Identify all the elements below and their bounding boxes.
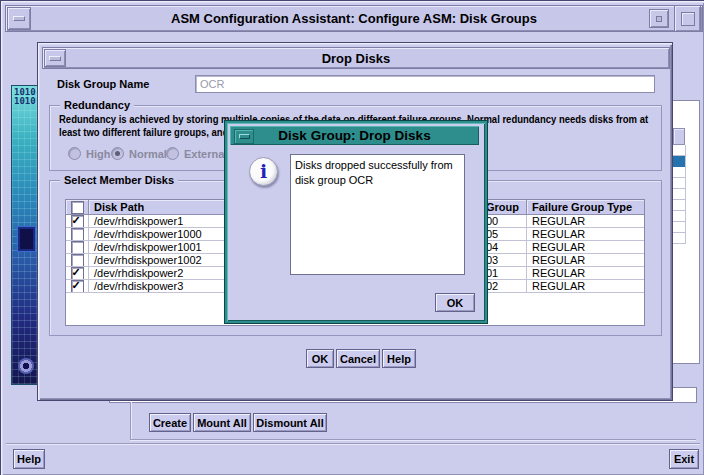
message-dialog-menu-button[interactable] <box>234 129 254 144</box>
minimize-icon <box>13 16 25 21</box>
asm-main-window: ASM Configuration Assistant: Configure A… <box>0 0 704 475</box>
maximize-button[interactable] <box>674 5 701 32</box>
row-checkbox[interactable] <box>71 241 84 254</box>
row-checkbox[interactable] <box>71 215 84 228</box>
dialog-cancel-button[interactable]: Cancel <box>336 349 380 368</box>
disk-group-name-label: Disk Group Name <box>57 78 149 90</box>
checkbox-cell[interactable] <box>66 241 89 254</box>
window-menu-button[interactable] <box>7 7 31 30</box>
button-panel-bottom-edge <box>130 439 696 440</box>
failure-group-type-cell: REGULAR <box>527 228 644 241</box>
button-panel-left-edge <box>130 402 131 439</box>
minimize-icon <box>239 134 250 139</box>
drop-disks-title-bar: Drop Disks <box>42 47 670 69</box>
exit-button[interactable]: Exit <box>669 449 699 469</box>
drop-disks-title: Drop Disks <box>322 51 391 66</box>
dialog-help-button[interactable]: Help <box>382 349 416 368</box>
message-text: Disks dropped successfully from disk gro… <box>295 159 453 186</box>
failure-group-cell: 05 <box>482 228 527 241</box>
failure-group-type-cell: REGULAR <box>527 241 644 254</box>
failure-group-type-cell: REGULAR <box>527 215 644 228</box>
disc-graphic-icon <box>18 358 34 374</box>
wizard-side-graphic: 1010 1010 <box>11 85 40 385</box>
checkbox-cell[interactable] <box>66 228 89 241</box>
checkbox-cell[interactable] <box>66 215 89 228</box>
main-footer-separator <box>6 443 700 444</box>
select-all-header-cell[interactable] <box>66 200 89 215</box>
row-checkbox[interactable] <box>71 267 84 280</box>
row-checkbox[interactable] <box>71 280 84 293</box>
failure-group-type-cell: REGULAR <box>527 280 644 293</box>
drop-disks-menu-button[interactable] <box>44 49 66 67</box>
dismount-all-button[interactable]: Dismount All <box>253 413 327 432</box>
failure-group-type-cell: REGULAR <box>527 267 644 280</box>
checkbox-cell[interactable] <box>66 254 89 267</box>
main-title-bar: ASM Configuration Assistant: Configure A… <box>5 5 703 32</box>
maximize-square-icon <box>681 12 695 26</box>
minimize-dot-icon <box>656 16 662 22</box>
create-button[interactable]: Create <box>149 413 191 432</box>
message-text-box: Disks dropped successfully from disk gro… <box>290 154 465 275</box>
background-diskgroups-table-fragment[interactable] <box>672 100 700 364</box>
failure-group-type-cell: REGULAR <box>527 254 644 267</box>
info-icon: i <box>249 157 278 186</box>
message-dialog: Disk Group: Drop Disks i Disks dropped s… <box>225 121 487 323</box>
background-table-header-fragment <box>673 128 685 145</box>
radio-high-icon <box>68 147 81 160</box>
radio-external-icon <box>166 147 179 160</box>
row-checkbox[interactable] <box>71 228 84 241</box>
main-help-button[interactable]: Help <box>13 449 45 469</box>
message-dialog-title: Disk Group: Drop Disks <box>278 128 430 143</box>
main-window-title: ASM Configuration Assistant: Configure A… <box>171 11 537 26</box>
checkbox-cell[interactable] <box>66 267 89 280</box>
message-dialog-title-bar: Disk Group: Drop Disks <box>230 126 479 145</box>
minimize-button[interactable] <box>649 9 669 28</box>
radio-high: High <box>68 147 110 160</box>
chip-graphic-icon <box>17 226 36 252</box>
select-all-checkbox[interactable] <box>71 201 84 214</box>
minimize-icon <box>49 56 61 61</box>
member-disks-group-label: Select Member Disks <box>60 174 178 186</box>
radio-normal-label: Normal <box>129 148 167 160</box>
mount-all-button[interactable]: Mount All <box>193 413 251 432</box>
background-table-selected-row <box>673 156 685 167</box>
checkbox-cell[interactable] <box>66 280 89 293</box>
disk-group-name-input <box>195 75 655 93</box>
failure-group-cell: 02 <box>482 280 527 293</box>
radio-normal: Normal <box>111 147 167 160</box>
failure-group-cell: 03 <box>482 254 527 267</box>
failure-group-cell: 00 <box>482 215 527 228</box>
dialog-ok-button[interactable]: OK <box>306 349 334 368</box>
message-ok-button[interactable]: OK <box>435 293 475 312</box>
failure-group-cell: 04 <box>482 241 527 254</box>
info-i-glyph: i <box>260 162 267 181</box>
failure-group-type-header[interactable]: Failure Group Type <box>527 200 644 215</box>
radio-high-label: High <box>86 148 110 160</box>
redundancy-group-label: Redundancy <box>60 99 134 111</box>
row-checkbox[interactable] <box>71 254 84 267</box>
failure-group-header[interactable]: Group <box>482 200 527 215</box>
radio-normal-icon <box>111 147 124 160</box>
failure-group-cell: 01 <box>482 267 527 280</box>
